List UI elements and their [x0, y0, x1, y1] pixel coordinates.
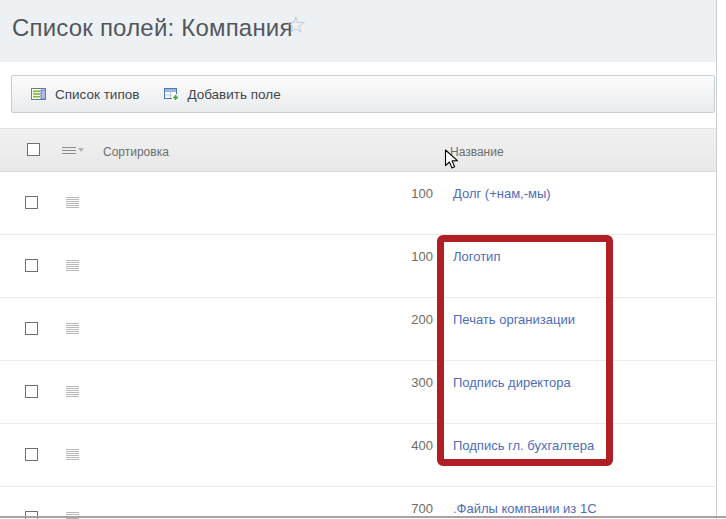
list-types-button[interactable]: Список типов — [31, 86, 139, 102]
add-field-button[interactable]: Добавить поле — [163, 86, 280, 102]
select-all-checkbox[interactable] — [27, 143, 40, 156]
page-header: Список полей: Компания ☆ — [0, 0, 716, 62]
field-name-link[interactable]: Подпись директора — [453, 375, 571, 390]
page-title: Список полей: Компания — [12, 14, 293, 42]
field-name-link[interactable]: Печать организации — [453, 312, 575, 327]
field-name-link[interactable]: Логотип — [453, 249, 500, 264]
page: Список полей: Компания ☆ Список типов — [0, 0, 726, 519]
list-types-icon — [31, 86, 47, 102]
row-checkbox[interactable] — [25, 448, 38, 461]
row-checkbox[interactable] — [25, 259, 38, 272]
field-name-link[interactable]: .Файлы компании из 1С — [453, 501, 597, 516]
drag-handle-icon[interactable] — [66, 449, 79, 460]
drag-handle-icon[interactable] — [66, 386, 79, 397]
sort-value: 100 — [300, 249, 433, 264]
sort-value: 400 — [300, 438, 433, 453]
drag-handle-icon[interactable] — [66, 260, 79, 271]
column-header-sort[interactable]: Сортировка — [103, 145, 169, 159]
sort-value: 200 — [300, 312, 433, 327]
sort-value: 100 — [300, 186, 433, 201]
row-checkbox[interactable] — [25, 385, 38, 398]
grid-settings-icon[interactable] — [62, 147, 76, 155]
row-checkbox[interactable] — [25, 196, 38, 209]
sort-value: 700 — [300, 501, 433, 516]
field-name-link[interactable]: Долг (+нам,-мы) — [453, 186, 551, 201]
table-body: 100 Долг (+нам,-мы) 100 Логотип 200 Печа… — [0, 172, 716, 519]
sort-value: 300 — [300, 375, 433, 390]
table-row: 200 Печать организации — [0, 298, 716, 361]
add-field-label: Добавить поле — [187, 87, 280, 102]
drag-handle-icon[interactable] — [66, 323, 79, 334]
row-checkbox[interactable] — [25, 322, 38, 335]
list-types-label: Список типов — [55, 87, 139, 102]
right-gutter — [716, 0, 726, 519]
toolbar: Список типов Добавить поле — [11, 75, 715, 113]
table-row: 400 Подпись гл. бухгалтера — [0, 424, 716, 487]
drag-handle-icon[interactable] — [66, 197, 79, 208]
table-row: 300 Подпись директора — [0, 361, 716, 424]
table-row: 100 Долг (+нам,-мы) — [0, 172, 716, 235]
column-header-name[interactable]: Название — [450, 145, 504, 159]
table-row: 100 Логотип — [0, 235, 716, 298]
favorite-star-icon[interactable]: ☆ — [285, 13, 307, 37]
field-name-link[interactable]: Подпись гл. бухгалтера — [453, 438, 594, 453]
add-field-icon — [163, 86, 179, 102]
viewport-bottom-edge — [0, 516, 726, 518]
table-row: 700 .Файлы компании из 1С — [0, 487, 716, 519]
table-header: Сортировка Название — [0, 128, 716, 172]
